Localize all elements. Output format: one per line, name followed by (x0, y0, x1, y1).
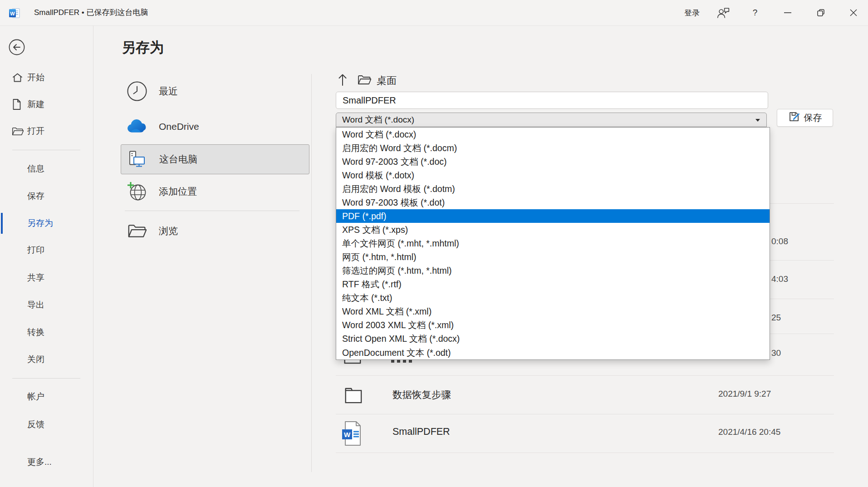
nav-item-export[interactable]: 导出 (0, 297, 93, 313)
add-place-globe-icon (126, 181, 148, 202)
location-row: 桌面 (338, 74, 397, 88)
clock-icon (126, 80, 148, 102)
home-icon (12, 72, 24, 84)
filetype-option[interactable]: 筛选过的网页 (*.htm, *.html) (336, 264, 770, 278)
file-list-divider (336, 375, 834, 376)
open-folder-icon (12, 125, 24, 137)
timestamp-fragment: 25 (771, 313, 781, 323)
chevron-down-icon (755, 119, 760, 122)
filetype-option[interactable]: Strict Open XML 文档 (*.docx) (336, 332, 770, 346)
nav-item-print[interactable]: 打印 (0, 242, 93, 258)
help-button[interactable]: ? (745, 0, 765, 25)
svg-text:W: W (344, 431, 351, 438)
nav-divider (12, 378, 80, 379)
place-recent[interactable]: 最近 (121, 76, 309, 106)
nav-selected-indicator (1, 213, 3, 234)
file-name[interactable]: SmallPDFER (392, 426, 450, 438)
nav-item-open[interactable]: 打开 (0, 123, 93, 139)
nav-item-share[interactable]: 共享 (0, 270, 93, 285)
filename-input[interactable] (336, 92, 768, 109)
location-folder-icon (358, 74, 371, 87)
word-document-icon: W (341, 420, 362, 448)
page-title: 另存为 (122, 38, 164, 57)
current-folder-label[interactable]: 桌面 (377, 74, 397, 88)
word-backstage-window: W SmallPDFER • 已保存到这台电脑 登录 ? (0, 0, 868, 487)
nav-item-home[interactable]: 开始 (0, 70, 93, 85)
nav-item-info[interactable]: 信息 (0, 161, 93, 177)
file-modified-time: 2021/9/1 9:27 (718, 389, 771, 399)
minimize-button[interactable] (774, 0, 801, 25)
filetype-option[interactable]: 启用宏的 Word 模板 (*.dotm) (336, 182, 770, 196)
nav-divider (12, 150, 80, 150)
filetype-option[interactable]: RTF 格式 (*.rtf) (336, 278, 770, 291)
filetype-option[interactable]: XPS 文档 (*.xps) (336, 223, 770, 236)
new-document-icon (12, 98, 24, 110)
filetype-select[interactable]: Word 文档 (*.docx) (336, 113, 767, 127)
nav-item-transform[interactable]: 转换 (0, 325, 93, 340)
save-button[interactable]: 保存 (777, 109, 833, 127)
place-this-pc[interactable]: 这台电脑 (121, 144, 309, 174)
save-icon (788, 111, 800, 125)
feedback-person-icon[interactable] (711, 0, 735, 25)
filetype-option[interactable]: Word 97-2003 文档 (*.doc) (336, 155, 770, 168)
filetype-option[interactable]: OpenDocument 文本 (*.odt) (336, 346, 770, 359)
filetype-option[interactable]: Word 文档 (*.docx) (336, 128, 770, 141)
sign-in-button[interactable]: 登录 (678, 0, 706, 25)
nav-item-close-doc[interactable]: 关闭 (0, 352, 93, 367)
window-title: SmallPDFER • 已保存到这台电脑 (34, 0, 148, 25)
word-app-icon: W (9, 7, 20, 19)
pc-icon (127, 148, 148, 170)
title-bar: W SmallPDFER • 已保存到这台电脑 登录 ? (0, 0, 868, 26)
column-divider (311, 74, 312, 472)
onedrive-icon (126, 116, 148, 138)
filetype-option[interactable]: Word 2003 XML 文档 (*.xml) (336, 319, 770, 332)
places-divider (125, 211, 299, 211)
filetype-option[interactable]: 网页 (*.htm, *.html) (336, 251, 770, 264)
place-onedrive[interactable]: OneDrive (121, 112, 309, 142)
file-modified-time: 2021/4/16 20:45 (718, 427, 780, 437)
backstage-nav: 开始 新建 打开 信息 保存 另存为 打印 共 (0, 25, 93, 487)
nav-item-feedback[interactable]: 反馈 (0, 417, 93, 432)
file-list-divider (336, 414, 834, 414)
nav-item-more[interactable]: 更多... (0, 454, 93, 470)
filetype-dropdown-list: Word 文档 (*.docx) 启用宏的 Word 文档 (*.docm) W… (336, 127, 770, 360)
timestamp-fragment: 30 (771, 348, 781, 358)
filetype-option[interactable]: Word 97-2003 模板 (*.dot) (336, 196, 770, 209)
browse-folder-icon (126, 220, 148, 242)
back-button[interactable] (8, 39, 25, 56)
place-add[interactable]: 添加位置 (121, 177, 309, 207)
place-browse[interactable]: 浏览 (121, 216, 309, 246)
restore-down-button[interactable] (807, 0, 835, 25)
close-button[interactable] (839, 0, 868, 25)
timestamp-fragment: 0:08 (771, 236, 788, 246)
nav-item-save[interactable]: 保存 (0, 188, 93, 204)
file-list-divider (336, 453, 834, 453)
nav-item-account[interactable]: 帐户 (0, 389, 93, 404)
filetype-option[interactable]: Word 模板 (*.dotx) (336, 168, 770, 182)
filetype-option[interactable]: 启用宏的 Word 文档 (*.docm) (336, 141, 770, 155)
filetype-option[interactable]: 纯文本 (*.txt) (336, 291, 770, 305)
nav-item-new[interactable]: 新建 (0, 97, 93, 112)
folder-icon (343, 384, 363, 406)
nav-item-save-as[interactable]: 另存为 (0, 216, 93, 231)
up-arrow-icon[interactable] (338, 73, 348, 89)
filetype-option[interactable]: Word XML 文档 (*.xml) (336, 305, 770, 319)
svg-text:W: W (10, 11, 15, 16)
filetype-option-pdf-highlighted[interactable]: PDF (*.pdf) (336, 209, 770, 223)
file-name[interactable]: 数据恢复步骤 (392, 388, 451, 401)
filetype-option[interactable]: 单个文件网页 (*.mht, *.mhtml) (336, 237, 770, 251)
timestamp-fragment: 4:03 (771, 274, 788, 284)
